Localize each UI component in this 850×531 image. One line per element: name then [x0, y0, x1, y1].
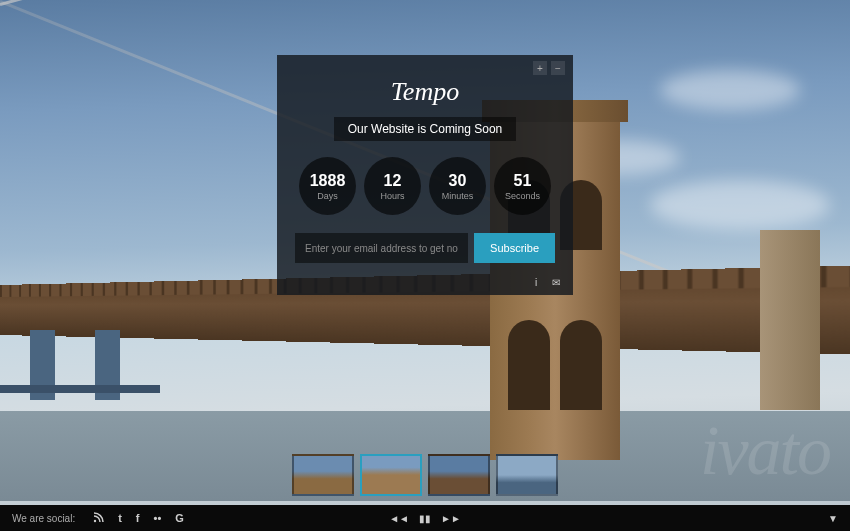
hours-value: 12 [384, 172, 402, 190]
expand-button[interactable]: + [533, 61, 547, 75]
distant-bridge [0, 330, 160, 410]
google-icon[interactable]: G [175, 512, 184, 525]
days-value: 1888 [310, 172, 346, 190]
countdown-hours: 12 Hours [364, 157, 421, 215]
seconds-value: 51 [514, 172, 532, 190]
cloud [650, 180, 830, 230]
seconds-label: Seconds [505, 191, 540, 201]
thumbnail-4[interactable] [496, 454, 558, 496]
card-footer-icons: i ✉ [529, 275, 563, 289]
facebook-icon[interactable]: f [136, 512, 140, 525]
cloud [660, 70, 800, 110]
card-window-controls: + − [533, 61, 565, 75]
thumbnail-strip [292, 454, 558, 496]
next-button[interactable]: ►► [441, 513, 461, 524]
info-icon[interactable]: i [529, 275, 543, 289]
subscribe-button[interactable]: Subscribe [474, 233, 555, 263]
minutes-label: Minutes [442, 191, 474, 201]
flickr-icon[interactable]: •• [154, 512, 162, 525]
thumbnail-3[interactable] [428, 454, 490, 496]
twitter-icon[interactable]: t [118, 512, 122, 525]
countdown-seconds: 51 Seconds [494, 157, 551, 215]
bridge-arch [560, 320, 602, 410]
hours-label: Hours [380, 191, 404, 201]
toggle-thumbnails-icon[interactable]: ▼ [828, 513, 838, 524]
prev-button[interactable]: ◄◄ [389, 513, 409, 524]
player-controls: ◄◄ ▮▮ ►► [389, 513, 461, 524]
thumbnail-2[interactable] [360, 454, 422, 496]
collapse-button[interactable]: − [551, 61, 565, 75]
social-icons: t f •• G [93, 512, 184, 525]
svg-point-0 [94, 519, 96, 521]
rss-icon[interactable] [93, 512, 104, 525]
subscribe-row: Subscribe [295, 233, 555, 263]
logo-text: Tempo [295, 77, 555, 107]
bridge-arch [508, 320, 550, 410]
days-label: Days [317, 191, 338, 201]
thumbnail-1[interactable] [292, 454, 354, 496]
footer-bar: We are social: t f •• G ◄◄ ▮▮ ►► ▼ [0, 505, 850, 531]
countdown-minutes: 30 Minutes [429, 157, 486, 215]
email-input[interactable] [295, 233, 468, 263]
minutes-value: 30 [449, 172, 467, 190]
countdown-days: 1888 Days [299, 157, 356, 215]
social-label: We are social: [12, 513, 75, 524]
tagline: Our Website is Coming Soon [334, 117, 517, 141]
coming-soon-card: + − Tempo Our Website is Coming Soon 188… [277, 55, 573, 295]
mail-icon[interactable]: ✉ [549, 275, 563, 289]
watermark: ivato [700, 411, 830, 491]
countdown: 1888 Days 12 Hours 30 Minutes 51 Seconds [295, 157, 555, 215]
pause-button[interactable]: ▮▮ [419, 513, 431, 524]
building [760, 230, 820, 410]
